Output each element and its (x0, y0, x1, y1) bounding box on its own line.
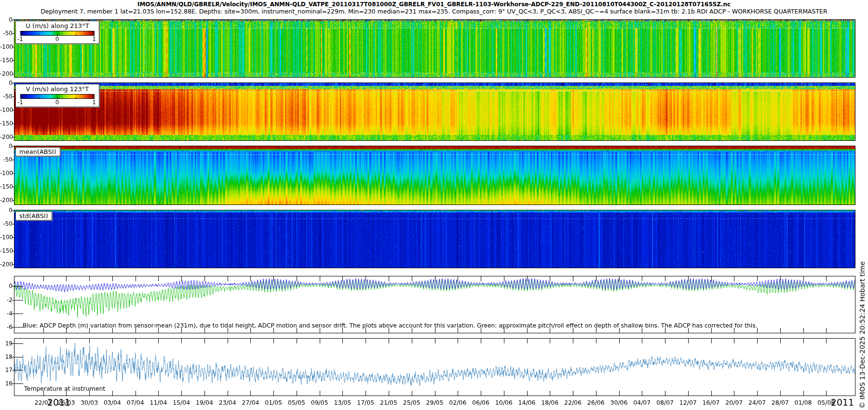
x-tick-label: 08/07 (656, 399, 674, 406)
colorbar-ticks-u: -101 (16, 36, 99, 42)
y-tick-label: -50 (0, 156, 13, 163)
x-tick-label: 09/05 (311, 399, 328, 406)
y-tick-label: 18 (0, 354, 13, 360)
x-tick-label: 18/06 (541, 399, 558, 406)
x-tick-label: 12/07 (679, 399, 697, 406)
y-tick-label: -100 (0, 43, 13, 50)
x-tick-label: 19/04 (196, 399, 213, 406)
y-tick-label: 0 (0, 80, 13, 86)
x-tick-label: 20/07 (725, 399, 743, 406)
x-tick-label: 11/04 (149, 399, 167, 406)
colorbar-v (20, 94, 95, 99)
x-tick-label: 05/05 (288, 399, 305, 406)
y-tick-label: 17 (0, 367, 13, 373)
adcp-report-figure: { "header": { "title": "IMOS/ANMN/QLD/GB… (0, 0, 868, 410)
std-absi-heatmap (14, 210, 855, 268)
y-tick-label: -200 (0, 261, 13, 268)
colorbar-legend-u: U (m/s) along 213°T -101 (15, 21, 99, 44)
y-tick-label: 0 (0, 16, 13, 23)
x-tick-label: 01/08 (795, 399, 812, 406)
colorbar-tick-label: 0 (55, 36, 59, 42)
x-tick-label: 30/06 (610, 399, 628, 406)
mean-absi-label: mean(ABSI) (15, 147, 60, 156)
y-tick-label: -6 (0, 324, 13, 330)
y-tick-label: -200 (0, 197, 13, 204)
legend-title-u: U (m/s) along 213°T (16, 22, 99, 29)
u-velocity-heatmap (14, 20, 855, 77)
y-tick-label: -150 (0, 183, 13, 190)
depth-variation-note: Blue: ADCP Depth (m) variation from sens… (23, 322, 758, 329)
y-tick-label: -100 (0, 170, 13, 177)
y-tick-label: -2 (0, 297, 13, 303)
y-tick-label: -50 (0, 93, 13, 100)
std-absi-label: std(ABSI) (15, 211, 52, 220)
x-axis-year-right: 2011 (831, 397, 854, 408)
y-tick-label: -4 (0, 310, 13, 317)
x-tick-label: 16/07 (703, 399, 720, 406)
x-tick-label: 25/05 (403, 399, 420, 406)
x-tick-label: 21/05 (380, 399, 397, 406)
colorbar-tick-label: 0 (55, 99, 59, 106)
x-tick-label: 17/05 (357, 399, 374, 406)
x-tick-label: 13/05 (334, 399, 351, 406)
temperature-label: Temperature at instrument (24, 385, 105, 392)
colorbar-tick-label: -1 (17, 99, 23, 106)
x-tick-label: 14/06 (518, 399, 535, 406)
y-tick-label: 0 (0, 143, 13, 150)
x-tick-label: 23/04 (219, 399, 236, 406)
x-tick-label: 15/04 (173, 399, 190, 406)
x-tick-label: 04/07 (633, 399, 651, 406)
x-tick-label: 29/05 (426, 399, 443, 406)
y-tick-label: 0 (0, 207, 13, 214)
x-tick-label: 22/06 (564, 399, 582, 406)
y-tick-label: 0 (0, 283, 13, 289)
colorbar-ticks-v: -101 (16, 99, 99, 106)
legend-title-v: V (m/s) along 123°T (16, 85, 99, 93)
y-tick-label: 19 (0, 340, 13, 347)
mean-absi-heatmap (14, 146, 855, 205)
x-tick-label: 24/07 (748, 399, 766, 406)
temperature-plot (14, 339, 855, 396)
colorbar-tick-label: -1 (17, 36, 23, 42)
colorbar-u (20, 31, 95, 36)
x-tick-label: 10/06 (495, 399, 513, 406)
x-tick-label: 07/04 (127, 399, 144, 406)
x-tick-label: 26/06 (587, 399, 605, 406)
figure-subtitle: Deployment 7, member 1 lat=21.03S lon=15… (0, 8, 868, 15)
colorbar-tick-label: 1 (92, 99, 96, 106)
x-tick-label: 03/04 (104, 399, 121, 406)
colorbar-tick-label: 1 (92, 36, 96, 42)
y-tick-label: -200 (0, 70, 13, 77)
x-tick-label: 28/07 (772, 399, 789, 406)
y-tick-label: -100 (0, 234, 13, 241)
x-tick-label: 01/05 (265, 399, 282, 406)
x-tick-label: 27/04 (242, 399, 259, 406)
y-tick-label: 16 (0, 380, 13, 387)
y-tick-label: -150 (0, 120, 13, 127)
x-axis-year-left: 2011 (47, 397, 70, 408)
y-tick-label: -200 (0, 134, 13, 140)
y-tick-label: -50 (0, 220, 13, 227)
y-tick-label: -100 (0, 107, 13, 113)
x-tick-label: 06/06 (472, 399, 489, 406)
y-tick-label: -50 (0, 30, 13, 37)
figure-title: IMOS/ANMN/QLD/GBRELR/Velocity/IMOS_ANMN-… (0, 1, 868, 8)
x-tick-label: 30/03 (81, 399, 98, 406)
y-tick-label: -150 (0, 57, 13, 64)
imos-watermark: © IMOS 13-Dec-2025 20:52:24 Hobart time (858, 261, 866, 409)
colorbar-legend-v: V (m/s) along 123°T -101 (15, 84, 99, 107)
v-velocity-heatmap (14, 83, 855, 140)
y-tick-label: -150 (0, 247, 13, 254)
x-tick-label: 02/06 (449, 399, 466, 406)
